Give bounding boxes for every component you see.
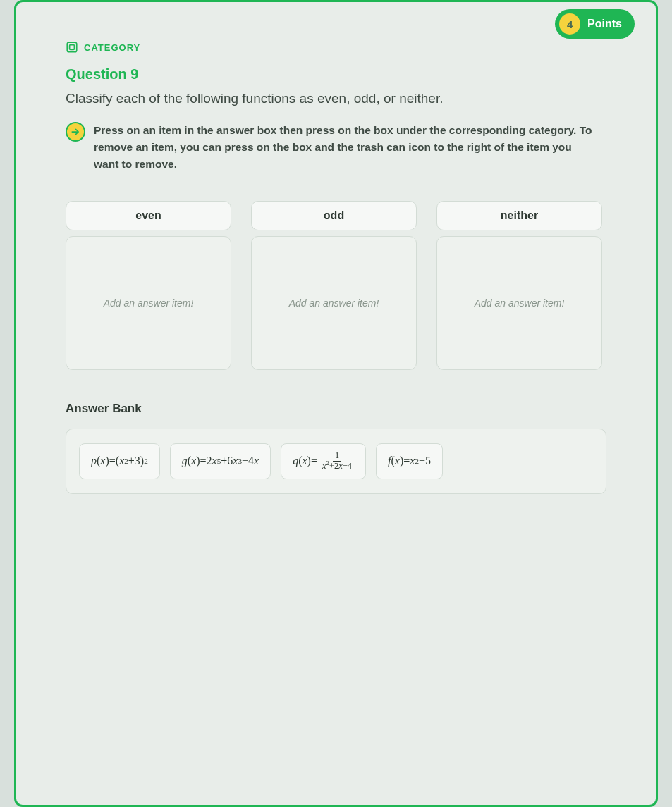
category-row: CATEGORY xyxy=(66,41,606,54)
zone-odd: odd Add an answer item! xyxy=(251,201,417,370)
points-badge: 4 Points xyxy=(555,9,635,39)
answer-bank-title: Answer Bank xyxy=(66,402,606,416)
bank-item-p[interactable]: p(x)=(x2+3)2 xyxy=(79,443,160,479)
points-label: Points xyxy=(587,18,622,30)
fraction-denominator: x2+2x−4 xyxy=(320,462,354,472)
drop-zones: even Add an answer item! odd Add an answ… xyxy=(66,201,606,370)
question-card: 4 Points CATEGORY Question 9 Classify ea… xyxy=(14,0,658,807)
answer-bank: p(x)=(x2+3)2 g(x)=2x5+6x3−4x q(x)= 1 x2+… xyxy=(66,429,606,494)
zone-even-box[interactable]: Add an answer item! xyxy=(66,236,231,370)
zone-even-header: even xyxy=(66,201,231,230)
points-value: 4 xyxy=(559,13,580,35)
content-area: CATEGORY Question 9 Classify each of the… xyxy=(16,2,656,494)
zone-neither: neither Add an answer item! xyxy=(436,201,602,370)
category-label: CATEGORY xyxy=(84,42,140,53)
fraction-numerator: 1 xyxy=(333,451,341,462)
zone-even: even Add an answer item! xyxy=(66,201,231,370)
question-prompt: Classify each of the following functions… xyxy=(66,91,606,106)
bank-item-f[interactable]: f(x)=x2−5 xyxy=(376,443,443,479)
svg-rect-1 xyxy=(70,45,75,50)
bank-item-q[interactable]: q(x)= 1 x2+2x−4 xyxy=(281,443,366,479)
zone-neither-box[interactable]: Add an answer item! xyxy=(436,236,602,370)
zone-odd-box[interactable]: Add an answer item! xyxy=(251,236,417,370)
question-title: Question 9 xyxy=(66,66,606,82)
hint-row: Press on an item in the answer box then … xyxy=(66,122,606,173)
svg-rect-0 xyxy=(67,42,77,52)
bank-item-g[interactable]: g(x)=2x5+6x3−4x xyxy=(170,443,271,479)
zone-odd-header: odd xyxy=(251,201,417,230)
zone-neither-header: neither xyxy=(436,201,602,230)
arrow-right-icon xyxy=(66,122,85,142)
hint-text: Press on an item in the answer box then … xyxy=(94,122,599,173)
category-icon xyxy=(66,41,78,54)
